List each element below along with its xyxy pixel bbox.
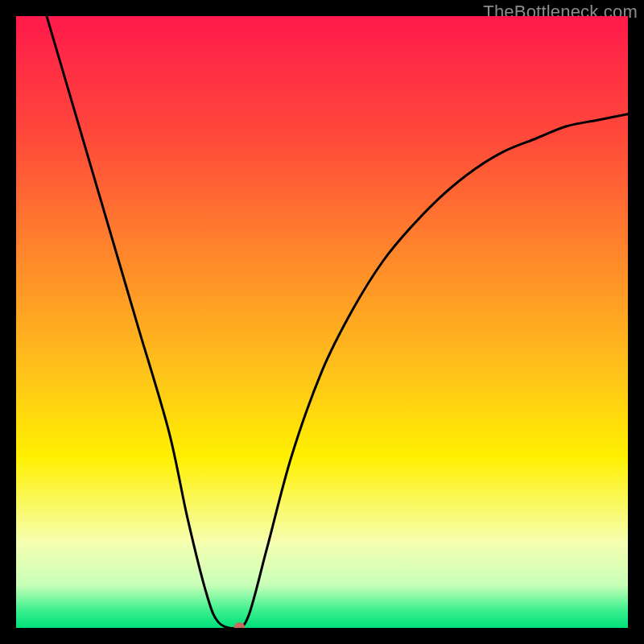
chart-frame bbox=[16, 16, 628, 628]
chart-gradient-background bbox=[16, 16, 628, 628]
